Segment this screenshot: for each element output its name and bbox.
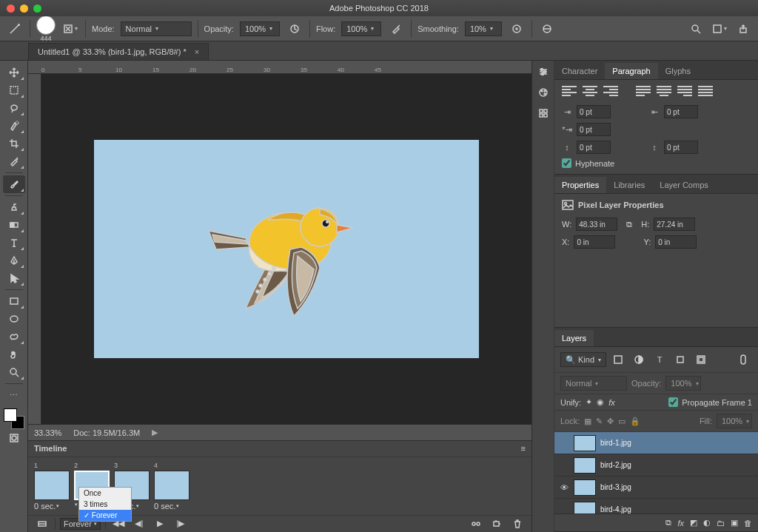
indent-left-field[interactable] — [577, 105, 611, 118]
quick-select-tool[interactable] — [3, 117, 25, 135]
loop-option-3times[interactable]: 3 times — [79, 499, 131, 510]
tab-character[interactable]: Character — [554, 63, 605, 79]
swatches-dock-icon[interactable] — [535, 105, 551, 121]
share-icon[interactable] — [734, 20, 752, 38]
eyedropper-tool[interactable] — [3, 152, 25, 170]
x-field[interactable] — [574, 235, 615, 249]
lock-pixels-icon[interactable]: ▦ — [584, 417, 591, 426]
layer-name[interactable]: bird-4.jpg — [600, 505, 631, 514]
crop-tool[interactable] — [3, 135, 25, 152]
close-document-icon[interactable]: × — [195, 47, 199, 56]
layer-fx-icon[interactable]: fx — [677, 519, 684, 528]
gradient-tool[interactable] — [3, 216, 25, 234]
opacity-pressure-icon[interactable] — [286, 20, 303, 38]
blend-mode-dropdown[interactable]: Normal — [121, 21, 192, 36]
document-tab[interactable]: Untitled1 @ 33.3% (bird-1.jpg, RGB/8#) *… — [28, 43, 209, 60]
layer-name[interactable]: bird-3.jpg — [600, 483, 631, 491]
filter-pixel-icon[interactable] — [609, 351, 627, 368]
layer-filter-dropdown[interactable]: 🔍 Kind — [560, 352, 606, 367]
horizontal-ruler[interactable]: 051015202530354045 — [28, 61, 531, 74]
move-tool[interactable] — [3, 64, 25, 81]
ellipse-tool[interactable] — [3, 310, 25, 328]
custom-shape-tool[interactable] — [3, 328, 25, 346]
tab-glyphs[interactable]: Glyphs — [658, 63, 698, 79]
filter-toggle-icon[interactable] — [734, 351, 752, 368]
smoothing-dropdown[interactable]: 10% — [465, 21, 502, 36]
filter-type-icon[interactable]: T — [651, 351, 668, 368]
align-center-icon[interactable] — [583, 86, 597, 98]
justify-center-icon[interactable] — [657, 86, 671, 98]
airbrush-icon[interactable] — [387, 20, 405, 38]
frame-duration[interactable]: 0 sec. — [154, 502, 190, 511]
align-left-icon[interactable] — [562, 86, 577, 98]
canvas-viewport[interactable] — [41, 74, 531, 424]
adjustment-layer-icon[interactable]: ◐ — [703, 518, 711, 528]
layer-row[interactable]: bird-2.jpg — [554, 454, 758, 477]
zoom-tool[interactable] — [3, 363, 25, 381]
marquee-tool[interactable] — [3, 81, 25, 99]
tween-icon[interactable] — [468, 517, 484, 531]
opacity-dropdown[interactable]: 100% — [240, 21, 280, 36]
search-icon[interactable] — [687, 20, 705, 38]
adjustments-dock-icon[interactable] — [535, 64, 551, 80]
quick-mask-icon[interactable] — [3, 429, 25, 447]
justify-all-icon[interactable] — [698, 86, 713, 98]
justify-left-icon[interactable] — [636, 86, 651, 98]
loop-menu[interactable]: Once 3 times Forever — [78, 487, 132, 522]
delete-frame-icon[interactable] — [509, 517, 526, 531]
layer-row[interactable]: bird-1.jpg — [554, 432, 758, 454]
justify-right-icon[interactable] — [677, 86, 692, 98]
next-frame-icon[interactable]: |▶ — [172, 517, 189, 531]
tab-layer-comps[interactable]: Layer Comps — [652, 177, 715, 193]
indent-right-field[interactable] — [664, 105, 698, 118]
layer-mask-icon[interactable]: ◩ — [690, 518, 697, 528]
layer-name[interactable]: bird-2.jpg — [600, 461, 631, 469]
brush-preview[interactable]: 444 — [36, 16, 56, 42]
delete-layer-icon[interactable]: 🗑 — [744, 519, 752, 528]
lasso-tool[interactable] — [3, 99, 25, 117]
layer-opacity-field[interactable]: 100% — [665, 376, 701, 391]
space-after-field[interactable] — [664, 141, 698, 154]
tab-paragraph[interactable]: Paragraph — [605, 63, 657, 79]
filter-shape-icon[interactable] — [671, 351, 689, 368]
zoom-window-button[interactable] — [33, 4, 41, 13]
edit-toolbar-icon[interactable]: ⋯ — [3, 386, 25, 404]
vertical-ruler[interactable] — [28, 74, 41, 424]
tool-preset-picker[interactable] — [6, 20, 24, 38]
tab-properties[interactable]: Properties — [554, 177, 606, 193]
fill-field[interactable]: 100% — [717, 414, 752, 428]
layer-row[interactable]: 👁 bird-3.jpg — [554, 477, 758, 499]
indent-first-field[interactable] — [577, 123, 611, 136]
link-layers-icon[interactable]: ⧉ — [665, 518, 671, 528]
width-field[interactable] — [576, 218, 617, 231]
brush-settings-toggle[interactable] — [61, 20, 79, 38]
new-layer-icon[interactable]: ▣ — [731, 518, 738, 528]
lock-position-icon[interactable]: ✥ — [607, 417, 614, 426]
play-icon[interactable]: ▶ — [152, 517, 168, 531]
hand-tool[interactable] — [3, 346, 25, 363]
prev-frame-icon[interactable]: ◀| — [131, 517, 147, 531]
tab-libraries[interactable]: Libraries — [606, 177, 652, 193]
lock-paint-icon[interactable]: ✎ — [596, 417, 603, 426]
loop-option-once[interactable]: Once — [79, 488, 131, 499]
unify-style-icon[interactable]: fx — [608, 398, 615, 407]
color-dock-icon[interactable] — [535, 84, 551, 101]
unify-position-icon[interactable]: ✦ — [586, 397, 592, 407]
type-tool[interactable] — [3, 234, 25, 252]
layer-name[interactable]: bird-1.jpg — [600, 439, 631, 447]
timeline-frame-4[interactable]: 4 0 sec. — [154, 462, 190, 511]
rectangle-tool[interactable] — [3, 292, 25, 310]
filter-adjust-icon[interactable] — [630, 351, 648, 368]
hyphenate-checkbox[interactable]: Hyphenate — [562, 158, 751, 168]
link-wh-icon[interactable]: ⧉ — [626, 220, 632, 229]
document-canvas[interactable] — [94, 140, 479, 358]
clone-stamp-tool[interactable] — [3, 198, 25, 216]
brush-tool[interactable] — [3, 175, 25, 193]
height-field[interactable] — [654, 218, 695, 231]
workspace-switcher[interactable] — [711, 20, 728, 38]
flow-dropdown[interactable]: 100% — [341, 21, 381, 36]
status-flyout-icon[interactable]: ▶ — [152, 428, 158, 437]
duplicate-frame-icon[interactable] — [489, 517, 505, 531]
foreground-swatch[interactable] — [4, 408, 17, 422]
panel-menu-icon[interactable]: ≡ — [521, 444, 526, 453]
